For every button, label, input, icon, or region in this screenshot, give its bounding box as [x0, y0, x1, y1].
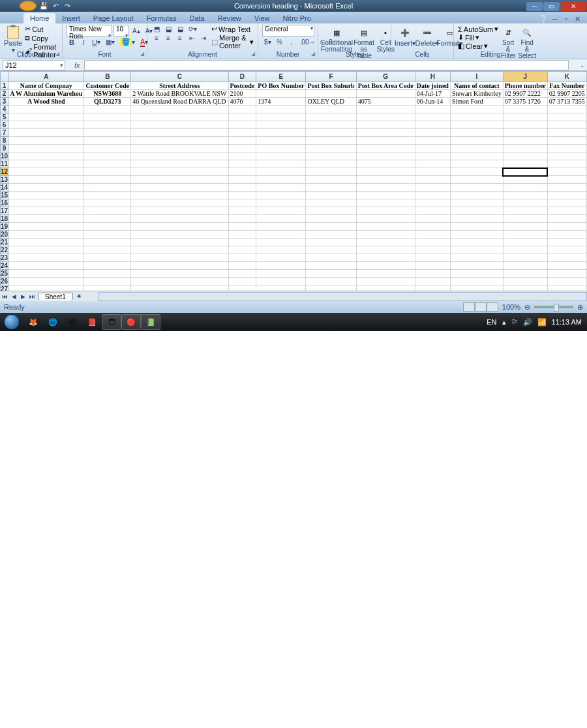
- cell[interactable]: [8, 192, 84, 199]
- tray-lang[interactable]: EN: [487, 318, 496, 326]
- name-box[interactable]: J12: [3, 60, 65, 70]
- page-break-view-icon[interactable]: [487, 302, 498, 312]
- cell[interactable]: [503, 285, 547, 291]
- cell[interactable]: [306, 113, 356, 121]
- cell[interactable]: [356, 90, 415, 98]
- cell[interactable]: [503, 176, 547, 184]
- cell[interactable]: [256, 285, 306, 291]
- cell[interactable]: [415, 145, 450, 153]
- column-header-B[interactable]: B: [84, 72, 131, 82]
- cell[interactable]: [356, 239, 415, 246]
- cell[interactable]: [256, 215, 306, 223]
- column-header-E[interactable]: E: [256, 72, 306, 82]
- close-workbook-icon[interactable]: ✕: [573, 14, 582, 23]
- cell[interactable]: [503, 207, 547, 215]
- cell[interactable]: [450, 207, 503, 215]
- tray-show-hidden-icon[interactable]: ▴: [502, 318, 506, 327]
- cell[interactable]: [356, 223, 415, 231]
- cell[interactable]: [415, 254, 450, 262]
- cell[interactable]: [84, 207, 131, 215]
- cell[interactable]: [84, 106, 131, 113]
- taskbar-excel-icon[interactable]: 📗: [141, 314, 160, 330]
- cell[interactable]: OXLEY QLD: [306, 98, 356, 106]
- row-header-4[interactable]: 4: [1, 106, 8, 113]
- cell[interactable]: [228, 121, 256, 129]
- paste-button[interactable]: Paste ▾: [4, 25, 22, 53]
- cell[interactable]: [228, 129, 256, 137]
- cell[interactable]: [256, 192, 306, 199]
- cell[interactable]: [356, 215, 415, 223]
- cell[interactable]: [306, 199, 356, 207]
- column-header-H[interactable]: H: [415, 72, 450, 82]
- cell[interactable]: [131, 153, 228, 160]
- cell[interactable]: [306, 145, 356, 153]
- taskbar-chrome-icon[interactable]: 🌐: [43, 314, 63, 330]
- fill-color-button[interactable]: 🪣▾: [118, 38, 137, 46]
- cell[interactable]: [306, 207, 356, 215]
- column-header-J[interactable]: J: [503, 72, 547, 82]
- cell[interactable]: [356, 285, 415, 291]
- cell[interactable]: [228, 254, 256, 262]
- sheet-nav-prev-icon[interactable]: ◀: [9, 293, 18, 300]
- cell[interactable]: [503, 184, 547, 192]
- cell[interactable]: [306, 239, 356, 246]
- sheet-nav-first-icon[interactable]: ⏮: [0, 293, 9, 300]
- cell[interactable]: [256, 262, 306, 270]
- cell[interactable]: [356, 176, 415, 184]
- cell[interactable]: Stewart Kimberley: [450, 90, 503, 98]
- cell[interactable]: [547, 246, 586, 254]
- zoom-out-icon[interactable]: ⊖: [524, 303, 530, 312]
- autosum-button[interactable]: Σ AutoSum▾: [458, 25, 498, 33]
- cell[interactable]: [84, 153, 131, 160]
- cell[interactable]: [228, 223, 256, 231]
- cell[interactable]: [415, 184, 450, 192]
- cell[interactable]: [228, 137, 256, 145]
- close-button[interactable]: ✕: [560, 2, 586, 11]
- cell[interactable]: [84, 121, 131, 129]
- cell[interactable]: [503, 231, 547, 239]
- border-button[interactable]: ▦▾: [104, 38, 117, 46]
- cell[interactable]: [306, 192, 356, 199]
- cell[interactable]: [356, 278, 415, 285]
- cell[interactable]: [356, 137, 415, 145]
- cell[interactable]: [450, 106, 503, 113]
- cell[interactable]: [8, 270, 84, 278]
- cell[interactable]: Street Address: [131, 82, 228, 90]
- cell[interactable]: [503, 129, 547, 137]
- align-top-icon[interactable]: ⬒: [151, 25, 162, 33]
- select-all-corner[interactable]: [1, 72, 8, 82]
- column-header-K[interactable]: K: [547, 72, 586, 82]
- cell[interactable]: [547, 223, 586, 231]
- tab-home[interactable]: Home: [23, 13, 55, 23]
- tray-flag-icon[interactable]: ⚐: [511, 318, 518, 327]
- cell[interactable]: [256, 270, 306, 278]
- cell[interactable]: [8, 223, 84, 231]
- cell[interactable]: [450, 231, 503, 239]
- cell[interactable]: [547, 137, 586, 145]
- cell[interactable]: [356, 246, 415, 254]
- row-header-14[interactable]: 14: [1, 184, 8, 192]
- cell[interactable]: [131, 207, 228, 215]
- cell[interactable]: [131, 262, 228, 270]
- cell[interactable]: [547, 285, 586, 291]
- cell[interactable]: [306, 231, 356, 239]
- column-header-A[interactable]: A: [8, 72, 84, 82]
- cell[interactable]: [8, 231, 84, 239]
- start-button[interactable]: [0, 313, 23, 331]
- cell[interactable]: [306, 153, 356, 160]
- cell[interactable]: [450, 262, 503, 270]
- column-header-D[interactable]: D: [228, 72, 256, 82]
- cell[interactable]: [84, 145, 131, 153]
- cell[interactable]: [256, 121, 306, 129]
- row-header-11[interactable]: 11: [1, 160, 8, 168]
- cell[interactable]: [356, 254, 415, 262]
- cell[interactable]: [450, 121, 503, 129]
- cell[interactable]: 4076: [228, 98, 256, 106]
- cell[interactable]: [8, 121, 84, 129]
- undo-icon[interactable]: ↶: [51, 1, 60, 10]
- font-size-select[interactable]: 10: [113, 25, 129, 36]
- row-header-27[interactable]: 27: [1, 285, 8, 291]
- cell[interactable]: [131, 106, 228, 113]
- cell[interactable]: [256, 231, 306, 239]
- fill-button[interactable]: ⬇ Fill▾: [458, 33, 498, 42]
